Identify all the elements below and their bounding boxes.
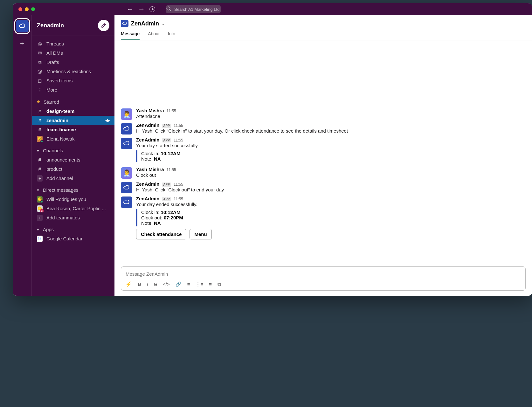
maximize-window-button[interactable]	[31, 7, 35, 11]
sidebar-threads[interactable]: ◎Threads	[32, 39, 114, 48]
google-calendar-icon	[37, 236, 43, 242]
sidebar-all-dms[interactable]: ✉All DMs	[32, 48, 114, 58]
sidebar-item-channels-1[interactable]: #product	[32, 164, 114, 174]
chevron-down-icon: ▼	[36, 149, 40, 153]
dms-icon: ✉	[37, 50, 43, 56]
sidebar-item-starred-1[interactable]: #zenadmin◀▶	[32, 116, 114, 125]
strikethrough-button[interactable]: S	[154, 281, 157, 287]
section-apps[interactable]: ▼Apps	[32, 225, 114, 234]
message-row[interactable]: 👨‍💼Yash Mishra11:55Clock out	[121, 165, 526, 180]
sidebar-item-starred-3[interactable]: 🙂Elena Nowak	[32, 134, 114, 143]
action-button[interactable]: Check attendance	[136, 229, 186, 239]
window-controls	[18, 7, 35, 11]
search-input[interactable]: Search A1 Marketing Ltd.	[166, 5, 221, 13]
codeblock-button[interactable]: ⧉	[218, 281, 221, 287]
sidebar-drafts[interactable]: ⧉Drafts	[32, 58, 114, 67]
tab-info[interactable]: Info	[168, 31, 175, 40]
workspace-switcher-button[interactable]	[16, 20, 29, 32]
message-text: Attendacne	[136, 114, 526, 119]
message-text: Your day started successfully.	[136, 143, 526, 148]
workspace-header[interactable]: Zenadmin	[32, 15, 114, 36]
app-avatar-icon[interactable]	[121, 182, 132, 193]
block-line: Clock in: 10:12AM	[141, 210, 526, 215]
mentions-icon: @	[37, 69, 43, 74]
avatar: 🙂	[37, 136, 43, 142]
block-line: Clock out: 07:20PM	[141, 215, 526, 220]
app-badge: APP	[162, 124, 171, 128]
message-timestamp: 11:55	[167, 168, 176, 172]
tab-message[interactable]: Message	[121, 31, 140, 40]
sidebar-item-starred-2[interactable]: #team-finance	[32, 125, 114, 134]
link-button[interactable]: 🔗	[176, 281, 182, 287]
minimize-window-button[interactable]	[25, 7, 29, 11]
app-window: ← → Search A1 Marketing Ltd. + Zenadmin	[13, 3, 532, 296]
message-sender[interactable]: ZenAdmin	[136, 181, 159, 187]
blockquote-button[interactable]: ≡	[209, 281, 212, 287]
bullet-list-button[interactable]: ⋮≡	[196, 281, 203, 287]
sidebar-item-starred-0[interactable]: #design-team	[32, 107, 114, 116]
drafts-icon: ⧉	[37, 59, 43, 65]
message-sender[interactable]: Yash Mishra	[136, 108, 164, 113]
message-input[interactable]	[126, 270, 521, 278]
chevron-down-icon: ▼	[36, 228, 40, 231]
attachment-block: Clock in: 10:12AMClock out: 07:20PMNote:…	[136, 209, 526, 226]
app-avatar-icon[interactable]	[121, 123, 132, 135]
sidebar-item-channels-0[interactable]: #announcements	[32, 155, 114, 164]
sidebar-item-app-0[interactable]: Google Calendar	[32, 234, 114, 243]
message-row[interactable]: ZenAdminAPP11:55Hi Yash, Click “Clock ou…	[121, 180, 526, 195]
plus-icon: +	[37, 175, 43, 182]
app-avatar-icon[interactable]	[121, 197, 132, 208]
shortcuts-icon[interactable]: ⚡	[126, 281, 132, 287]
message-row[interactable]: 👨‍💼Yash Mishra11:55Attendacne	[121, 107, 526, 121]
tab-about[interactable]: About	[148, 31, 160, 40]
svg-line-1	[169, 10, 171, 11]
message-sender[interactable]: ZenAdmin	[136, 137, 159, 142]
threads-icon: ◎	[37, 41, 43, 47]
code-button[interactable]: </>	[163, 281, 170, 287]
channel-title-button[interactable]: ZenAdmin ⌄	[121, 20, 526, 27]
section-channels[interactable]: ▼Channels	[32, 146, 114, 155]
message-text: Your day ended successfully.	[136, 202, 526, 207]
italic-button[interactable]: I	[147, 281, 148, 287]
sidebar-add-channel[interactable]: +Add channel	[32, 174, 114, 183]
bold-button[interactable]: B	[138, 281, 141, 287]
user-avatar-icon[interactable]: 👨‍💼	[121, 167, 132, 179]
channel-name: ZenAdmin	[131, 20, 159, 27]
history-icon[interactable]	[149, 6, 155, 12]
sidebar-add-teammates[interactable]: +Add teammates	[32, 213, 114, 222]
chevron-down-icon: ▼	[36, 188, 40, 192]
message-row[interactable]: ZenAdminAPP11:55Hi Yash, Click “Clock in…	[121, 121, 526, 136]
message-timestamp: 11:55	[174, 182, 183, 187]
message-sender[interactable]: ZenAdmin	[136, 122, 159, 128]
message-text: Hi Yash, Click “Clock out” to end your d…	[136, 187, 526, 192]
nav-forward-button[interactable]: →	[138, 6, 144, 12]
hash-icon: #	[37, 118, 43, 123]
message-composer: ⚡ B I S </> 🔗 ≡ ⋮≡ ≡ ⧉	[121, 266, 526, 291]
compose-button[interactable]	[98, 20, 109, 31]
sidebar-saved[interactable]: ◻Saved items	[32, 76, 114, 85]
ordered-list-button[interactable]: ≡	[187, 281, 190, 287]
search-placeholder: Search A1 Marketing Ltd.	[174, 7, 221, 12]
sidebar-mentions[interactable]: @Mnetions & reactions	[32, 67, 114, 76]
section-dms[interactable]: ▼Direct messages	[32, 185, 114, 195]
hash-icon: #	[37, 127, 43, 132]
message-timestamp: 11:55	[167, 109, 176, 113]
message-row[interactable]: ZenAdminAPP11:55Your day ended successfu…	[121, 195, 526, 241]
sidebar-more[interactable]: ⋮More	[32, 85, 114, 94]
sidebar-item-dm-1[interactable]: 🙂3Bea Rosen, Carter Poplin ...	[32, 204, 114, 213]
nav-back-button[interactable]: ←	[127, 6, 132, 12]
message-row[interactable]: ZenAdminAPP11:55Your day started success…	[121, 136, 526, 165]
message-timestamp: 11:55	[174, 197, 183, 201]
sidebar-item-dm-0[interactable]: 🙂Will Rodrigues you	[32, 195, 114, 204]
app-avatar-icon[interactable]	[121, 138, 132, 149]
block-line: Note: NA	[141, 220, 526, 226]
message-list[interactable]: 👨‍💼Yash Mishra11:55AttendacneZenAdminAPP…	[114, 40, 532, 266]
add-workspace-button[interactable]: +	[20, 39, 24, 48]
close-window-button[interactable]	[18, 7, 22, 11]
message-sender[interactable]: ZenAdmin	[136, 196, 159, 201]
message-timestamp: 11:55	[174, 138, 183, 142]
action-button[interactable]: Menu	[190, 229, 211, 239]
section-starred[interactable]: ★Starred	[32, 97, 114, 107]
message-sender[interactable]: Yash Mishra	[136, 167, 164, 172]
user-avatar-icon[interactable]: 👨‍💼	[121, 108, 132, 120]
